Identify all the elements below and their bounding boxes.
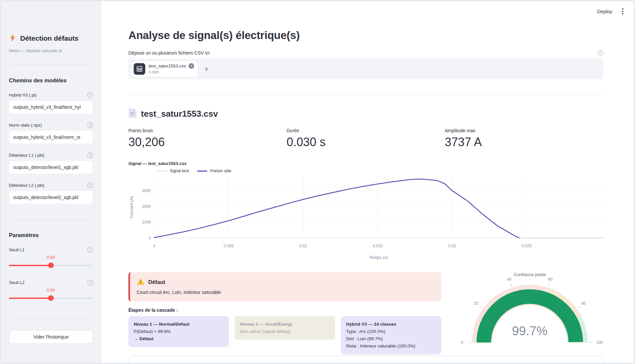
svg-text:80: 80 [581, 301, 586, 306]
content-divider [128, 95, 604, 95]
help-icon[interactable]: ? [87, 247, 93, 253]
uploaded-file-name: test_satur1553.csv [149, 63, 186, 69]
model-field-l2: Détecteur L2 (.pkl) ? [9, 182, 93, 204]
svg-text:0.02: 0.02 [448, 244, 456, 248]
svg-text:0.025: 0.025 [522, 244, 531, 248]
warning-icon [137, 278, 145, 286]
metric-points-bruts: Points bruts 30,206 [128, 128, 287, 149]
metrics-row: Points bruts 30,206 Durée 0.030 s Amplit… [128, 128, 604, 149]
clear-history-button[interactable]: Vider l'historique [9, 330, 93, 344]
slider-label: Seuil L1 [9, 247, 24, 252]
params-heading: Paramètres [9, 232, 93, 238]
expander-header-stub[interactable] [128, 356, 604, 363]
slider-seuil-l1: Seuil L1 ? 0.50 [9, 247, 93, 268]
page-title: Analyse de signal(s) électrique(s) [128, 29, 604, 42]
legend-signal-brut: Signal brut [157, 169, 189, 173]
model-field-hybrid: Hybrid V3 (.pt) ? [9, 92, 93, 114]
app-window: Détection défauts Métro — Pipeline casca… [1, 1, 634, 363]
signal-line-chart: 00.0050.010.0150.020.0250100020003000Tem… [128, 173, 604, 262]
sidebar-title-row: Détection défauts [9, 33, 93, 43]
field-label: Détecteur L1 (.pkl) [9, 153, 44, 158]
help-icon[interactable]: ? [87, 152, 93, 158]
slider-fill [9, 298, 51, 299]
svg-text:0: 0 [461, 340, 463, 345]
slider-fill [9, 265, 51, 266]
help-icon[interactable]: ? [87, 182, 93, 188]
uploaded-file-chip[interactable]: test_satur1553.csv ✕ 0.8MB [132, 61, 198, 77]
sidebar-divider [9, 318, 93, 318]
chart-legend: Signal brut Portion utile [157, 169, 604, 173]
svg-text:20: 20 [474, 301, 478, 306]
legend-line-swatch [157, 171, 167, 171]
slider-value: 0.50 [47, 255, 55, 260]
help-icon[interactable]: ? [87, 92, 93, 98]
file-uploader-dropzone[interactable]: test_satur1553.csv ✕ 0.8MB + [128, 59, 604, 79]
svg-text:0.01: 0.01 [299, 244, 307, 248]
app-subtitle: Métro — Pipeline cascade IA [9, 49, 93, 53]
seuil-l2-slider[interactable]: 0.50 [9, 295, 93, 301]
help-icon[interactable]: ? [598, 50, 604, 56]
alert-title: Défaut [148, 279, 165, 285]
lightning-bolt-icon [9, 33, 16, 43]
metric-duree: Durée 0.030 s [287, 128, 445, 149]
hybrid-path-input[interactable] [9, 101, 93, 114]
overflow-menu-icon[interactable] [621, 7, 625, 16]
norm-stats-path-input[interactable] [9, 131, 93, 144]
detector-l1-path-input[interactable] [9, 161, 93, 174]
model-field-l1: Détecteur L1 (.pkl) ? [9, 152, 93, 174]
add-file-button[interactable]: + [202, 65, 211, 73]
uploaded-file-size: 0.8MB [149, 70, 159, 74]
svg-text:3000: 3000 [142, 188, 151, 193]
svg-text:0.015: 0.015 [373, 244, 383, 248]
field-label: Hybrid V3 (.pt) [9, 93, 37, 98]
model-field-norm: Norm stats (.npz) ? [9, 122, 93, 144]
chart-title: Signal — test_satur1553.csv [128, 161, 604, 166]
cascade-card-level1: Niveau 1 — Normal/Défaut P(Défaut) = 99.… [128, 316, 229, 347]
file-section-title: test_satur1553.csv [141, 109, 218, 119]
cascade-heading: Étapes de la cascade : [128, 307, 441, 313]
svg-text:60: 60 [548, 277, 553, 282]
svg-text:99.7%: 99.7% [512, 324, 548, 338]
slider-thumb[interactable] [48, 295, 54, 301]
signal-chart-block: Signal — test_satur1553.csv Signal brut … [128, 161, 604, 262]
help-icon[interactable]: ? [87, 122, 93, 128]
cascade-card-level2: Niveau 2 — Accél/Énergi Non utilisé (sig… [235, 316, 335, 340]
field-label: Détecteur L2 (.pkl) [9, 183, 44, 188]
sidebar: Détection défauts Métro — Pipeline casca… [1, 1, 101, 363]
cascade-cards: Niveau 1 — Normal/Défaut P(Défaut) = 99.… [128, 316, 441, 354]
slider-seuil-l2: Seuil L2 ? 0.50 [9, 280, 93, 301]
legend-line-swatch [197, 171, 207, 172]
gauge-title: Confiance jointe [456, 272, 604, 277]
confidence-gauge: 02040608010099.7% [456, 277, 604, 351]
svg-text:0: 0 [153, 244, 156, 248]
alert-body: Court-circuit Arc, Loin, Intérieur satur… [137, 290, 435, 295]
svg-text:0.005: 0.005 [224, 244, 234, 248]
slider-value: 0.50 [47, 288, 55, 293]
svg-text:Temps (s): Temps (s) [369, 255, 388, 260]
help-icon[interactable]: ? [87, 280, 93, 285]
document-icon [128, 108, 137, 119]
legend-portion-utile: Portion utile [197, 169, 231, 173]
svg-text:0: 0 [149, 236, 151, 240]
metric-amplitude-max: Amplitude max 3737 A [445, 128, 603, 149]
detector-l2-path-input[interactable] [9, 191, 93, 204]
top-toolbar: Deploy [597, 7, 625, 16]
deploy-button[interactable]: Deploy [597, 9, 612, 14]
confidence-gauge-block: Confiance jointe 02040608010099.7% [456, 272, 604, 354]
app-title: Détection défauts [20, 34, 78, 42]
svg-text:1000: 1000 [142, 220, 151, 224]
slider-thumb[interactable] [48, 263, 54, 268]
fault-alert: Défaut Court-circuit Arc, Loin, Intérieu… [128, 272, 441, 302]
sidebar-divider [9, 219, 93, 220]
sidebar-divider [9, 64, 93, 65]
remove-file-icon[interactable]: ✕ [189, 63, 194, 69]
models-heading: Chemins des modèles [9, 77, 93, 84]
svg-text:2000: 2000 [142, 204, 151, 209]
slider-label: Seuil L2 [9, 280, 24, 285]
uploader-label: Dépose un ou plusieurs fichiers CSV ici [128, 50, 209, 56]
table-file-icon [134, 63, 145, 75]
seuil-l1-slider[interactable]: 0.50 [9, 263, 93, 268]
svg-text:40: 40 [507, 277, 512, 282]
svg-text:100: 100 [596, 340, 603, 345]
field-label: Norm stats (.npz) [9, 123, 42, 128]
